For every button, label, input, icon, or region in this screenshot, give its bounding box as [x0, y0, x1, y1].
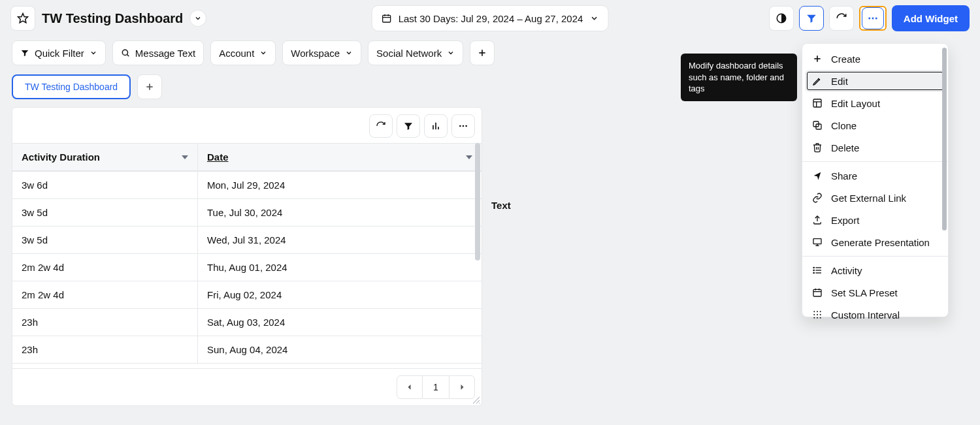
filter-icon — [806, 12, 817, 24]
svg-rect-28 — [813, 99, 821, 107]
export-icon — [811, 214, 823, 226]
filter-toggle-button[interactable] — [799, 6, 824, 31]
menu-item-export[interactable]: Export — [802, 209, 948, 231]
svg-marker-0 — [18, 14, 28, 23]
cell-date: Sat, Aug 03, 2024 — [198, 309, 482, 336]
svg-point-18 — [459, 125, 461, 127]
plus-icon — [144, 82, 155, 92]
pager: 1 — [12, 368, 482, 405]
svg-point-51 — [820, 314, 821, 315]
add-filter-button[interactable] — [470, 40, 495, 65]
menu-item-sla-preset[interactable]: Set SLA Preset — [802, 281, 948, 304]
contrast-icon — [776, 12, 787, 24]
widget-more-button[interactable] — [451, 114, 475, 138]
table-row[interactable]: 2m 2w 4dFri, Aug 02, 2024 — [12, 281, 482, 308]
menu-item-edit[interactable]: Edit — [805, 70, 945, 92]
resize-handle-icon[interactable] — [471, 395, 480, 404]
table-row[interactable]: 23hSun, Aug 04, 2024 — [12, 336, 482, 363]
svg-marker-22 — [461, 385, 464, 390]
tab-label: TW Testing Dashboard — [25, 82, 118, 92]
message-text-filter[interactable]: Message Text — [112, 40, 204, 65]
add-widget-button[interactable]: Add Widget — [892, 5, 970, 31]
share-icon — [811, 170, 823, 181]
chevron-down-icon — [447, 49, 455, 57]
widget-chart-button[interactable] — [424, 114, 448, 138]
svg-rect-42 — [813, 289, 821, 296]
text-widget-label: Text — [491, 107, 511, 211]
chevron-left-icon — [406, 383, 414, 391]
cell-date: Sun, Aug 04, 2024 — [198, 336, 482, 363]
svg-point-47 — [817, 311, 818, 312]
sort-indicator-icon — [182, 155, 188, 159]
trash-icon — [811, 142, 823, 153]
menu-item-delete[interactable]: Delete — [802, 136, 948, 159]
cell-activity: 23h — [12, 336, 198, 363]
presentation-icon — [811, 236, 823, 248]
table-row[interactable]: 2m 2w 4dThu, Aug 01, 2024 — [12, 253, 482, 281]
refresh-icon — [376, 121, 386, 131]
widget-toolbar — [12, 108, 482, 143]
svg-point-54 — [820, 317, 821, 319]
tab-active[interactable]: TW Testing Dashboard — [12, 74, 131, 99]
refresh-button[interactable] — [829, 6, 854, 31]
widget-filter-button[interactable] — [397, 114, 420, 138]
menu-item-clone[interactable]: Clone — [802, 114, 948, 136]
menu-item-generate-presentation[interactable]: Generate Presentation — [802, 231, 948, 253]
search-icon — [121, 48, 130, 57]
date-range-selector[interactable]: Last 30 Days: Jul 29, 2024 – Aug 27, 202… — [372, 5, 609, 31]
column-header-date[interactable]: Date — [198, 144, 482, 170]
pager-page-number: 1 — [423, 375, 449, 399]
more-horizontal-icon — [458, 121, 468, 131]
workspace-filter[interactable]: Workspace — [282, 40, 361, 65]
menu-item-external-link[interactable]: Get External Link — [802, 187, 948, 209]
menu-item-activity[interactable]: Activity — [802, 259, 948, 281]
table-row[interactable]: 3w 6dMon, Jul 29, 2024 — [12, 171, 482, 198]
svg-point-52 — [813, 317, 815, 319]
quick-filter-button[interactable]: Quick Filter — [12, 40, 106, 65]
column-header-activity[interactable]: Activity Duration — [12, 144, 198, 170]
svg-rect-1 — [383, 15, 391, 22]
refresh-icon — [836, 12, 847, 24]
table-row[interactable]: 23hSat, Aug 03, 2024 — [12, 308, 482, 336]
edit-tooltip: Modify dashboard details such as name, f… — [681, 54, 797, 101]
favorite-button[interactable] — [10, 6, 35, 31]
filter-label: Account — [219, 48, 254, 59]
svg-line-10 — [127, 54, 129, 56]
plus-icon — [477, 48, 487, 58]
menu-item-share[interactable]: Share — [802, 165, 948, 187]
svg-point-48 — [820, 311, 821, 312]
chevron-down-icon — [345, 49, 353, 57]
table-body: 3w 6dMon, Jul 29, 20243w 5dTue, Jul 30, … — [12, 171, 482, 363]
account-filter[interactable]: Account — [210, 40, 276, 65]
menu-scrollbar[interactable] — [942, 48, 947, 230]
more-options-button[interactable] — [859, 6, 887, 31]
filter-label: Social Network — [376, 48, 442, 59]
widget-scrollbar[interactable] — [475, 143, 480, 260]
pager-prev-button[interactable] — [397, 375, 423, 399]
cell-activity: 2m 2w 4d — [12, 254, 198, 281]
social-network-filter[interactable]: Social Network — [368, 40, 463, 65]
svg-point-7 — [872, 18, 874, 20]
svg-line-23 — [473, 397, 480, 403]
cell-activity: 23h — [12, 309, 198, 336]
table-row[interactable]: 3w 5dWed, Jul 31, 2024 — [12, 226, 482, 253]
title-dropdown-button[interactable] — [189, 10, 206, 27]
theme-toggle-button[interactable] — [769, 6, 794, 31]
svg-point-39 — [813, 267, 814, 268]
add-tab-button[interactable] — [137, 74, 162, 99]
table-row[interactable]: 3w 5dTue, Jul 30, 2024 — [12, 198, 482, 226]
link-icon — [811, 192, 823, 204]
menu-item-custom-interval[interactable]: Custom Interval — [802, 304, 948, 326]
top-bar: TW Testing Dashboard Last 30 Days: Jul 2… — [0, 0, 980, 37]
svg-point-50 — [817, 314, 818, 315]
cell-activity: 3w 5d — [12, 227, 198, 253]
menu-item-edit-layout[interactable]: Edit Layout — [802, 92, 948, 114]
svg-point-40 — [813, 270, 814, 270]
widget-refresh-button[interactable] — [369, 114, 393, 138]
chevron-right-icon — [458, 383, 466, 391]
table-header: Activity Duration Date — [12, 143, 482, 171]
cell-date: Tue, Jul 30, 2024 — [198, 199, 482, 226]
plus-icon — [811, 53, 823, 65]
menu-item-create[interactable]: Create — [802, 48, 948, 70]
chevron-down-icon — [90, 49, 97, 57]
